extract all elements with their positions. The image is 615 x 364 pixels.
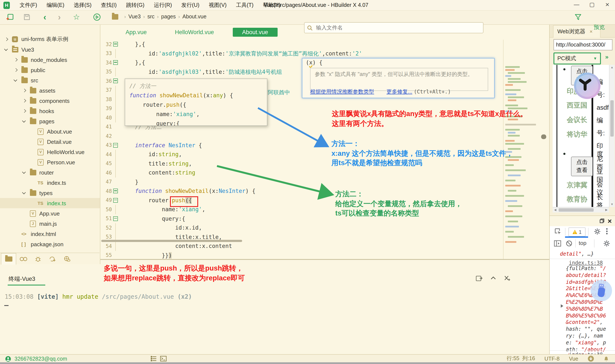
- close-terminal-icon[interactable]: [504, 275, 511, 282]
- code-text[interactable]: id:x.id,: [119, 223, 202, 232]
- console-logged-object[interactable]: {fullPath: "/about/detail?id=asdfghjkl02…: [566, 265, 607, 354]
- sidebar-item-index-ts[interactable]: TSindex.ts: [0, 198, 100, 208]
- fold-icon[interactable]: [113, 79, 118, 83]
- gutter[interactable]: [112, 86, 119, 95]
- chevron-down-icon[interactable]: [4, 48, 8, 51]
- breadcrumb-pages[interactable]: pages: [161, 14, 176, 20]
- gutter[interactable]: [112, 122, 119, 131]
- menu-item[interactable]: 文件(F): [15, 0, 42, 10]
- gutter[interactable]: [112, 214, 119, 223]
- clear-console-icon[interactable]: [566, 240, 572, 247]
- chevron-down-icon[interactable]: [22, 171, 26, 174]
- menu-item[interactable]: 查找(I): [96, 0, 121, 10]
- browser-vertical-scrollbar[interactable]: ▲ ▼: [609, 65, 615, 207]
- console-source-link[interactable]: index.ts:38: [569, 352, 603, 354]
- code-text[interactable]: }}): [119, 251, 172, 259]
- browser-horizontal-scrollbar[interactable]: ◀ ▶: [553, 207, 609, 212]
- gutter[interactable]: [112, 49, 119, 58]
- news-title-link[interactable]: 西亚国: [567, 101, 587, 110]
- devtools-console[interactable]: detail", …}index.ts:38{fullPath: "/about…: [550, 250, 615, 354]
- web-browser-tab[interactable]: Web浏览器 ×: [553, 25, 601, 38]
- warnings-badge[interactable]: 1: [568, 227, 586, 236]
- code-text[interactable]: content:x.content: [119, 242, 232, 251]
- menu-item[interactable]: 编辑(E): [42, 0, 69, 10]
- gutter[interactable]: [112, 177, 119, 186]
- chevron-down-icon[interactable]: [22, 119, 26, 123]
- back-button[interactable]: ‹: [40, 12, 50, 22]
- gutter[interactable]: [112, 67, 119, 76]
- gutter[interactable]: [112, 95, 119, 104]
- chevron-right-icon[interactable]: [4, 38, 8, 41]
- terminal-tab[interactable]: 终端-Vue3: [9, 275, 35, 283]
- encoding-indicator[interactable]: UTF-8: [545, 356, 560, 362]
- language-mode[interactable]: Vue: [569, 356, 578, 362]
- gutter[interactable]: [112, 242, 119, 251]
- editor-vertical-scrollbar[interactable]: [541, 134, 546, 139]
- news-title-link[interactable]: 将访华: [567, 130, 587, 139]
- chevron-right-icon[interactable]: [22, 99, 26, 103]
- code-text[interactable]: title:string,: [119, 159, 192, 168]
- gutter[interactable]: [112, 131, 119, 141]
- sidebar-item-node-modules[interactable]: node_modules: [0, 55, 100, 65]
- more-fixes-link[interactable]: 更多修复...: [387, 89, 412, 95]
- sidebar-item-helloworld-vue[interactable]: VHelloWorld.vue: [0, 147, 100, 157]
- devtools-menu-dots-icon[interactable]: [606, 228, 608, 235]
- url-bar[interactable]: [553, 39, 613, 50]
- code-text[interactable]: id:string,: [119, 150, 182, 159]
- url-input[interactable]: [554, 40, 614, 50]
- terminal-export-icon[interactable]: [476, 275, 483, 282]
- search-input[interactable]: [315, 24, 483, 31]
- code-text[interactable]: },{: [119, 58, 145, 67]
- gutter[interactable]: [112, 196, 119, 205]
- forward-button[interactable]: ›: [55, 12, 64, 22]
- editor-tab-app-vue[interactable]: App.vue: [116, 27, 156, 37]
- browser-viewport[interactable]: 点击查看印度尼西亚国会议长将访华点击查看京津冀教育协同发编号:asdfg编号:印…: [553, 65, 609, 207]
- sidebar-item-pages[interactable]: pages: [0, 116, 100, 126]
- gutter[interactable]: [112, 159, 119, 168]
- fold-icon[interactable]: [113, 42, 118, 47]
- gutter[interactable]: [112, 223, 119, 232]
- gutter[interactable]: [112, 150, 119, 159]
- gutter[interactable]: [112, 186, 119, 196]
- chevron-right-icon[interactable]: [14, 58, 17, 62]
- notification-bell-icon[interactable]: [603, 356, 609, 362]
- project-manager-tab[interactable]: [1, 253, 16, 265]
- sidebar-item-main-js[interactable]: Jmain.js: [0, 219, 100, 229]
- editor-horizontal-scrollbar[interactable]: [101, 240, 242, 242]
- console-sidebar-icon[interactable]: [554, 240, 561, 247]
- breadcrumb-file[interactable]: About.vue: [182, 14, 206, 20]
- sidebar-item-index-ts[interactable]: TSindex.ts: [0, 178, 100, 188]
- sidebar-item-detail-vue[interactable]: VDetail.vue: [0, 137, 100, 147]
- fold-icon[interactable]: [113, 189, 118, 194]
- sidebar-item-person-vue[interactable]: VPerson.vue: [0, 157, 100, 167]
- code-text[interactable]: content:string: [119, 168, 195, 177]
- update-download-icon[interactable]: [588, 355, 594, 362]
- save-button[interactable]: [22, 12, 32, 22]
- sidebar-item-vue3[interactable]: Vue3: [0, 44, 100, 55]
- devtools-settings-gear-icon[interactable]: [594, 228, 601, 235]
- collapse-panel-icon[interactable]: [490, 275, 496, 282]
- expand-triangle-icon[interactable]: [561, 304, 563, 308]
- inspect-element-icon[interactable]: [555, 228, 562, 235]
- maximize-button[interactable]: ▢: [584, 0, 600, 10]
- menu-item[interactable]: 选择(S): [69, 0, 96, 10]
- breadcrumb-src[interactable]: src: [147, 14, 154, 20]
- close-button[interactable]: ×: [600, 0, 615, 10]
- gutter[interactable]: [112, 168, 119, 177]
- code-text[interactable]: interface NesInter {: [119, 141, 202, 150]
- sidebar-item-types[interactable]: types: [0, 188, 100, 198]
- view-detail-button[interactable]: 点击查看: [571, 156, 593, 176]
- editor-tab-helloworld-vue[interactable]: HelloWorld.vue: [165, 27, 223, 37]
- menu-item[interactable]: 视图(V): [204, 0, 231, 10]
- cursor-position[interactable]: 行:55 列:16: [507, 355, 535, 362]
- fold-icon[interactable]: [113, 60, 118, 65]
- quickfix-infer-link[interactable]: 根据使用情况推断参数类型: [310, 89, 374, 95]
- code-text[interactable]: id:'asdfghjkl02',title:'京津冀教育协同发展“施工图”再细…: [119, 49, 362, 58]
- panel-more-chevrons[interactable]: »: [605, 53, 608, 60]
- favorite-star-icon[interactable]: ☆: [72, 12, 81, 22]
- menu-item[interactable]: 跳转(G): [121, 0, 149, 10]
- gutter[interactable]: [112, 113, 119, 122]
- menu-item[interactable]: 运行(R): [149, 0, 177, 10]
- run-button[interactable]: [92, 12, 102, 22]
- fold-icon[interactable]: [113, 198, 118, 203]
